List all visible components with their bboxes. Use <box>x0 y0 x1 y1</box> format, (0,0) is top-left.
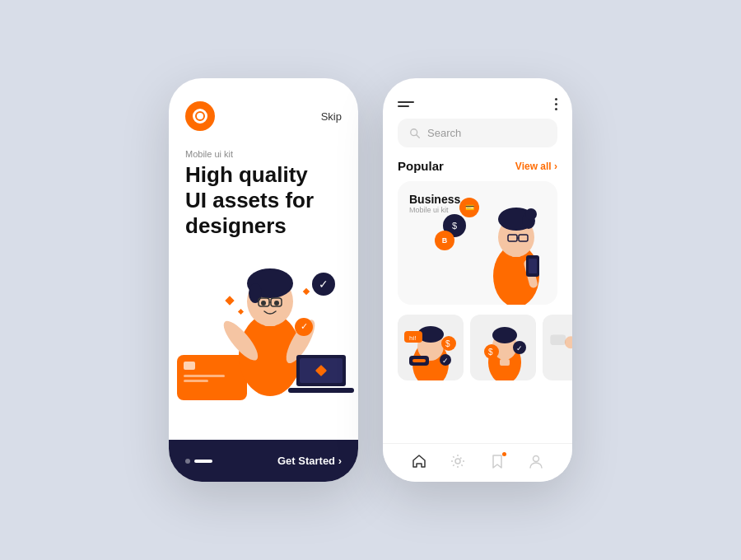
card-text: Business Mobile ui kit <box>409 193 460 214</box>
svg-text:hi!: hi! <box>409 334 416 342</box>
menu-line-2 <box>398 105 409 107</box>
progress-dots <box>185 459 212 464</box>
app-logo <box>185 101 215 131</box>
nav-bookmark-button[interactable] <box>488 452 506 470</box>
small-card-2-illus: $ ✓ <box>470 315 536 380</box>
dot-menu-2 <box>555 103 557 105</box>
settings-icon <box>450 453 466 469</box>
dot-menu-3 <box>555 108 557 110</box>
small-card-2[interactable]: $ ✓ <box>470 315 536 380</box>
skip-button[interactable]: Skip <box>321 110 342 123</box>
illustration-area: ✓ ✓ <box>169 248 358 446</box>
svg-rect-29 <box>529 259 537 273</box>
small-card-3[interactable] <box>543 315 572 380</box>
small-cards-row: hi! $ ✓ <box>383 315 572 380</box>
check-circle-orange: ✓ <box>295 318 313 336</box>
home-icon <box>411 453 427 469</box>
svg-point-52 <box>534 456 539 462</box>
view-all-button[interactable]: View all › <box>515 161 557 172</box>
svg-text:$: $ <box>445 339 450 348</box>
svg-line-17 <box>417 134 420 138</box>
business-card[interactable]: Business Mobile ui kit <box>398 181 557 305</box>
menu-line-1 <box>398 101 414 103</box>
svg-text:$: $ <box>488 348 493 357</box>
svg-point-23 <box>525 208 537 220</box>
search-placeholder-text: Search <box>427 127 461 139</box>
svg-rect-44 <box>500 359 510 366</box>
nav-home-button[interactable] <box>410 452 428 470</box>
small-card-1[interactable]: hi! $ ✓ <box>398 315 464 380</box>
card-chip <box>184 362 195 370</box>
svg-rect-34 <box>412 359 426 362</box>
subtitle-text: Mobile ui kit <box>169 139 358 162</box>
main-title: High qualityUI assets fordesigners <box>169 162 358 240</box>
card-credit-icon: 💳 <box>459 198 479 217</box>
hamburger-menu[interactable] <box>398 101 414 107</box>
phone-browse: Search Popular View all › Business Mobil… <box>383 78 572 482</box>
card-person-illustration <box>475 189 557 305</box>
search-icon <box>409 128 421 139</box>
svg-rect-49 <box>550 334 566 345</box>
svg-point-6 <box>274 301 279 306</box>
svg-point-5 <box>261 301 266 306</box>
profile-icon <box>528 453 544 469</box>
small-card-1-illus: hi! $ ✓ <box>398 315 464 380</box>
dot-1 <box>185 459 190 464</box>
small-card-3-illus <box>543 315 572 380</box>
dot-menu-1 <box>555 98 557 100</box>
more-options-button[interactable] <box>555 98 557 110</box>
popular-label: Popular <box>398 159 444 173</box>
search-bar[interactable]: Search <box>398 119 557 147</box>
check-circle-dark: ✓ <box>312 273 335 296</box>
get-started-button[interactable]: Get Started › <box>277 455 342 467</box>
phones-container: Skip Mobile ui kit High qualityUI assets… <box>169 78 572 482</box>
card-subtitle: Mobile ui kit <box>409 206 460 214</box>
bottom-nav <box>383 443 572 482</box>
svg-rect-15 <box>288 388 354 393</box>
svg-point-43 <box>492 327 517 343</box>
nav-profile-button[interactable] <box>527 452 545 470</box>
phone2-header <box>383 78 572 119</box>
phone1-bottom: Get Started › <box>169 440 358 482</box>
laptop-illustration <box>288 355 354 400</box>
phone1-topbar: Skip <box>169 78 358 139</box>
nav-settings-button[interactable] <box>449 452 467 470</box>
svg-text:✓: ✓ <box>442 357 449 365</box>
card-b-icon: B <box>435 231 454 250</box>
card-title: Business <box>409 193 460 206</box>
nav-dot-indicator <box>502 452 506 456</box>
svg-point-51 <box>455 459 460 464</box>
svg-point-4 <box>249 283 262 303</box>
svg-point-50 <box>565 336 572 348</box>
svg-text:✓: ✓ <box>516 344 523 352</box>
logo-icon <box>193 109 207 124</box>
phone-onboarding: Skip Mobile ui kit High qualityUI assets… <box>169 78 358 482</box>
popular-section-header: Popular View all › <box>383 159 572 181</box>
dot-active <box>194 460 212 463</box>
